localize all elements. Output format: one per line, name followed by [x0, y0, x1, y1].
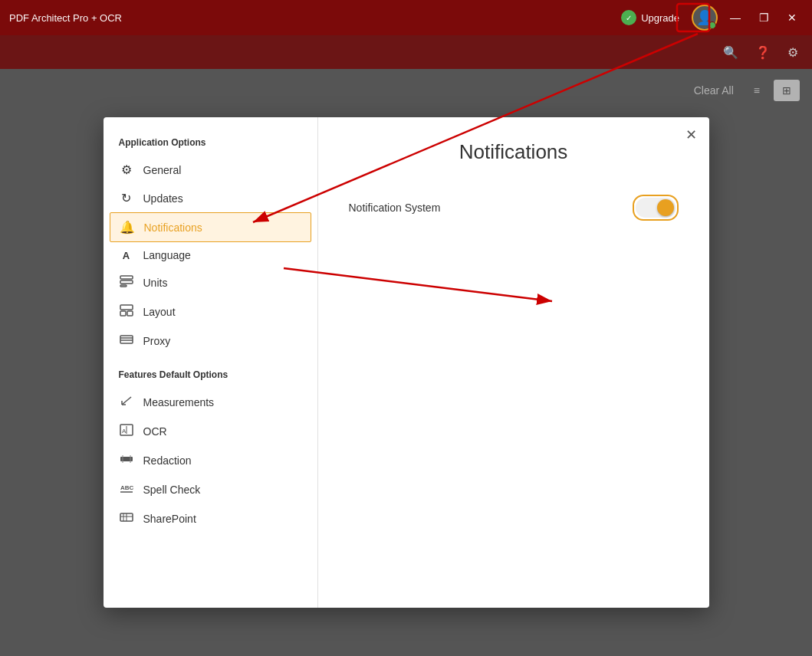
dialog-content: Notifications Notification System	[318, 117, 709, 608]
ocr-icon: A	[119, 424, 134, 439]
dialog-body: Application Options ⚙ General ↻ Updates …	[104, 117, 709, 608]
titlebar-right: ✓ Upgrade 👤 — ❐ ✕	[615, 5, 803, 31]
titlebar-left: PDF Architect Pro + OCR	[9, 12, 122, 24]
sidebar-item-redaction[interactable]: Redaction	[104, 446, 317, 475]
svg-rect-15	[120, 457, 133, 461]
sharepoint-icon	[119, 511, 134, 526]
notification-toggle[interactable]	[636, 198, 676, 218]
account-button[interactable]: 👤	[692, 5, 718, 31]
sidebar-item-layout[interactable]: Layout	[104, 297, 317, 326]
second-toolbar: 🔍 ❓ ⚙	[0, 35, 812, 69]
settings-sidebar: Application Options ⚙ General ↻ Updates …	[104, 117, 318, 608]
svg-rect-0	[120, 276, 133, 279]
app-title: PDF Architect Pro + OCR	[9, 12, 122, 24]
upgrade-button[interactable]: ✓ Upgrade	[615, 7, 685, 28]
search-icon[interactable]: 🔍	[720, 42, 741, 63]
sharepoint-label: SharePoint	[143, 513, 196, 525]
notification-system-row: Notification System	[349, 187, 679, 228]
layout-icon	[119, 304, 134, 320]
sidebar-item-measurements[interactable]: Measurements	[104, 388, 317, 417]
sidebar-item-updates[interactable]: ↻ Updates	[104, 184, 317, 212]
features-options-title: Features Default Options	[104, 365, 317, 388]
sidebar-item-general[interactable]: ⚙ General	[104, 156, 317, 184]
notifications-icon: 🔔	[120, 220, 135, 235]
updates-label: Updates	[143, 192, 183, 205]
spellcheck-icon: ABC	[119, 482, 134, 497]
svg-rect-4	[120, 311, 126, 316]
upgrade-check-icon: ✓	[621, 10, 636, 25]
close-window-button[interactable]: ✕	[781, 9, 803, 26]
dialog-close-button[interactable]: ✕	[682, 125, 700, 145]
notifications-label: Notifications	[144, 221, 202, 234]
layout-label: Layout	[143, 306, 176, 318]
account-icon: 👤	[696, 9, 713, 26]
app-options-title: Application Options	[104, 133, 317, 156]
language-icon: A	[119, 250, 134, 261]
updates-icon: ↻	[119, 191, 134, 205]
titlebar: PDF Architect Pro + OCR ✓ Upgrade 👤 — ❐ …	[0, 0, 812, 35]
redaction-icon	[119, 453, 134, 468]
svg-rect-6	[120, 336, 133, 343]
dialog-title: Notifications	[349, 140, 679, 164]
measurements-label: Measurements	[143, 396, 215, 408]
language-label: Language	[143, 249, 191, 261]
toggle-knob	[657, 199, 674, 216]
restore-button[interactable]: ❐	[753, 9, 775, 26]
proxy-label: Proxy	[143, 335, 171, 347]
sidebar-item-units[interactable]: Units	[104, 268, 317, 297]
modal-overlay: ✕ Application Options ⚙ General ↻ Update…	[0, 69, 812, 656]
proxy-icon	[119, 333, 134, 349]
spellcheck-label: Spell Check	[143, 484, 201, 496]
sidebar-item-spellcheck[interactable]: ABC Spell Check	[104, 475, 317, 504]
general-label: General	[143, 164, 182, 176]
redaction-label: Redaction	[143, 454, 192, 467]
sidebar-item-sharepoint[interactable]: SharePoint	[104, 504, 317, 533]
toggle-wrapper	[633, 195, 679, 221]
svg-text:A: A	[122, 428, 127, 435]
svg-text:ABC: ABC	[120, 484, 133, 491]
sidebar-item-ocr[interactable]: A OCR	[104, 417, 317, 446]
svg-rect-5	[127, 311, 133, 316]
help-icon[interactable]: ❓	[752, 42, 774, 63]
general-icon: ⚙	[119, 162, 134, 177]
units-label: Units	[143, 277, 168, 289]
svg-rect-2	[120, 285, 127, 287]
main-area: Clear All ≡ ⊞ ✕ Application Options ⚙ Ge…	[0, 69, 812, 656]
sidebar-item-language[interactable]: A Language	[104, 242, 317, 268]
sidebar-item-proxy[interactable]: Proxy	[104, 326, 317, 356]
measurements-icon	[119, 395, 134, 410]
svg-rect-1	[120, 280, 133, 284]
sidebar-item-notifications[interactable]: 🔔 Notifications	[110, 212, 311, 242]
units-icon	[119, 275, 134, 290]
svg-rect-3	[120, 305, 133, 310]
ocr-label: OCR	[143, 425, 167, 438]
upgrade-label: Upgrade	[641, 12, 679, 24]
svg-line-9	[122, 397, 131, 405]
settings-icon[interactable]: ⚙	[784, 42, 801, 63]
minimize-button[interactable]: —	[724, 9, 747, 26]
notification-system-label: Notification System	[349, 202, 441, 214]
settings-dialog: ✕ Application Options ⚙ General ↻ Update…	[104, 117, 709, 608]
